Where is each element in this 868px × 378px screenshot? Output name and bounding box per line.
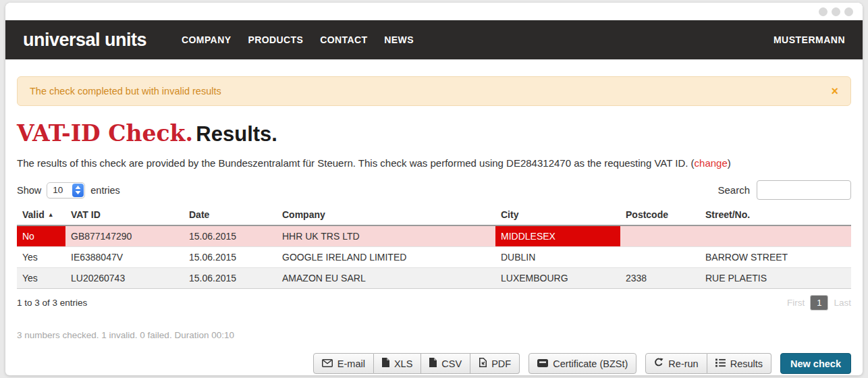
- file-icon: [382, 358, 389, 369]
- export-button-group: E-mail XLS CSV PDF: [313, 353, 520, 374]
- nav-item-contact[interactable]: CONTACT: [320, 34, 367, 45]
- logo[interactable]: universal units: [23, 30, 146, 51]
- table-header-row: Valid▲ VAT ID Date Company City Postcode…: [17, 206, 851, 225]
- column-header-valid[interactable]: Valid▲: [17, 206, 65, 225]
- pagination-page-1[interactable]: 1: [810, 295, 828, 310]
- cell-street: [700, 225, 851, 247]
- cell-valid: No: [17, 225, 65, 247]
- rerun-results-group: Re-run Results: [645, 353, 771, 374]
- table-row[interactable]: YesIE6388047V15.06.2015GOOGLE IRELAND LI…: [17, 247, 851, 268]
- action-buttons: E-mail XLS CSV PDF Certificate (BZSt): [17, 353, 851, 375]
- file-icon: [429, 358, 437, 369]
- email-button[interactable]: E-mail: [313, 353, 374, 374]
- intro-body: The results of this check are provided b…: [17, 157, 691, 169]
- cell-vat_id: IE6388047V: [65, 247, 184, 268]
- table-body: NoGB87714729015.06.2015HHR UK TRS LTDMID…: [17, 225, 851, 289]
- warning-alert: The check completed but with invalid res…: [17, 76, 851, 106]
- page-title-brand: VAT-ID Check.: [17, 120, 193, 146]
- table-row[interactable]: NoGB87714729015.06.2015HHR UK TRS LTDMID…: [17, 225, 851, 247]
- nav-item-products[interactable]: PRODUCTS: [248, 34, 303, 45]
- page-size-control: Show 10 entries: [17, 182, 120, 198]
- cell-date: 15.06.2015: [184, 225, 277, 247]
- pagination-first[interactable]: First: [787, 298, 805, 308]
- list-icon: [715, 358, 726, 369]
- table-controls: Show 10 entries Search: [17, 180, 851, 200]
- column-header-vat-id[interactable]: VAT ID: [65, 206, 184, 225]
- column-header-city[interactable]: City: [495, 206, 620, 225]
- sort-asc-icon: ▲: [48, 211, 54, 218]
- cell-street: BARROW STREET: [700, 247, 851, 268]
- new-check-button[interactable]: New check: [780, 353, 851, 374]
- refresh-icon: [654, 358, 663, 369]
- certificate-button[interactable]: Certificate (BZSt): [528, 353, 636, 374]
- table-row[interactable]: YesLU2026074315.06.2015AMAZON EU SARLLUX…: [17, 268, 851, 289]
- search-control: Search: [717, 180, 851, 200]
- xls-button[interactable]: XLS: [374, 353, 421, 374]
- results-table: Valid▲ VAT ID Date Company City Postcode…: [17, 206, 851, 289]
- pagination: First 1 Last: [787, 295, 851, 310]
- certificate-card-icon: [537, 358, 548, 369]
- intro-text: The results of this check are provided b…: [17, 157, 851, 169]
- cell-postcode: 2338: [620, 268, 700, 289]
- results-button[interactable]: Results: [707, 353, 771, 374]
- user-menu[interactable]: MUSTERMANN: [774, 34, 845, 45]
- csv-button[interactable]: CSV: [421, 353, 470, 374]
- search-label: Search: [717, 184, 750, 196]
- search-input[interactable]: [757, 180, 851, 200]
- pdf-file-icon: [479, 358, 487, 369]
- alert-message: The check completed but with invalid res…: [30, 86, 221, 97]
- column-header-date[interactable]: Date: [184, 206, 277, 225]
- show-label: Show: [17, 185, 41, 196]
- cell-city: MIDDLESEX: [495, 225, 620, 247]
- envelope-icon: [322, 358, 333, 369]
- window-dot-icon: [844, 7, 853, 16]
- intro-paren-close: ): [728, 157, 731, 169]
- nav-links: COMPANY PRODUCTS CONTACT NEWS: [165, 34, 414, 45]
- cell-vat_id: LU20260743: [65, 268, 184, 289]
- pdf-button[interactable]: PDF: [470, 353, 520, 374]
- column-header-street[interactable]: Street/No.: [700, 206, 851, 225]
- cell-vat_id: GB877147290: [65, 225, 184, 247]
- cell-street: RUE PLAETIS: [700, 268, 851, 289]
- select-stepper-icon: [72, 184, 84, 197]
- cell-company: GOOGLE IRELAND LIMITED: [277, 247, 495, 268]
- cell-date: 15.06.2015: [184, 268, 277, 289]
- page-title-section: Results.: [196, 122, 277, 146]
- cell-company: HHR UK TRS LTD: [277, 225, 495, 247]
- check-summary: 3 numbers checked. 1 invalid. 0 failed. …: [17, 330, 851, 340]
- window-dot-icon: [819, 7, 828, 16]
- main-content: The check completed but with invalid res…: [5, 76, 863, 375]
- cell-company: AMAZON EU SARL: [277, 268, 495, 289]
- cell-valid: Yes: [17, 268, 65, 289]
- cell-city: LUXEMBOURG: [495, 268, 620, 289]
- nav-item-news[interactable]: NEWS: [384, 34, 414, 45]
- page-size-select[interactable]: 10: [47, 182, 85, 198]
- table-footer: 1 to 3 of 3 entries First 1 Last: [17, 295, 851, 310]
- column-header-postcode[interactable]: Postcode: [620, 206, 700, 225]
- page-title: VAT-ID Check. Results.: [17, 120, 851, 146]
- cell-valid: Yes: [17, 247, 65, 268]
- change-link[interactable]: change: [695, 157, 728, 169]
- rerun-button[interactable]: Re-run: [645, 353, 707, 374]
- entries-info: 1 to 3 of 3 entries: [17, 298, 87, 308]
- entries-label: entries: [90, 185, 120, 196]
- window-titlebar: [5, 3, 863, 20]
- cell-city: DUBLIN: [495, 247, 620, 268]
- nav-item-company[interactable]: COMPANY: [182, 34, 231, 45]
- window-dot-icon: [832, 7, 840, 16]
- browser-window: universal units COMPANY PRODUCTS CONTACT…: [5, 3, 863, 375]
- navbar: universal units COMPANY PRODUCTS CONTACT…: [5, 20, 863, 59]
- cell-postcode: [620, 225, 700, 247]
- cell-postcode: [620, 247, 700, 268]
- cell-date: 15.06.2015: [184, 247, 277, 268]
- close-icon[interactable]: ×: [831, 85, 838, 97]
- pagination-last[interactable]: Last: [834, 298, 851, 308]
- page-size-value: 10: [53, 185, 72, 195]
- window-control-dots: [819, 7, 853, 16]
- column-header-company[interactable]: Company: [277, 206, 495, 225]
